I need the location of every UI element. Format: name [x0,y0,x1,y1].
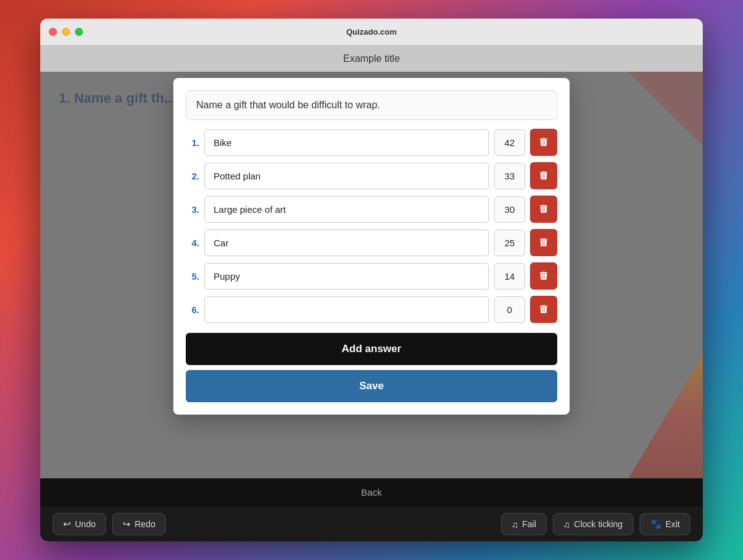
toolbar-right: ♫ Fail ♫ Clock ticking 🐾 Exit [501,513,690,535]
delete-button-4[interactable] [530,229,557,256]
fail-button[interactable]: ♫ Fail [501,513,547,535]
redo-label: Redo [134,519,155,529]
trash-icon-2 [538,170,549,181]
window-content: Example title 1. Name a gift th... [40,46,703,541]
answer-input-5[interactable] [204,263,489,290]
main-area: 1. Name a gift th... 1. [40,72,703,478]
delete-button-6[interactable] [530,296,557,323]
fail-label: Fail [522,519,536,529]
page-title: Example title [343,53,400,64]
score-input-1[interactable] [494,129,525,156]
score-input-2[interactable] [494,163,525,189]
score-input-3[interactable] [494,196,525,223]
answer-input-4[interactable] [204,230,489,256]
trash-icon-6 [538,304,549,315]
save-button[interactable]: Save [186,370,557,402]
answer-input-1[interactable] [204,129,489,156]
close-button[interactable] [49,28,57,36]
row-number-2: 2. [186,171,199,181]
undo-label: Undo [75,519,95,529]
row-number-4: 4. [186,238,199,248]
exit-label: Exit [666,519,680,529]
question-input[interactable] [186,90,557,120]
score-input-4[interactable] [494,230,525,256]
clock-ticking-label: Clock ticking [574,519,623,529]
trash-icon-3 [538,204,549,215]
redo-button[interactable]: ↪ Redo [112,513,165,535]
minimize-button[interactable] [62,28,70,36]
row-number-5: 5. [186,271,199,282]
delete-button-1[interactable] [530,129,557,156]
delete-button-5[interactable] [530,262,557,290]
exit-button[interactable]: 🐾 Exit [640,513,690,535]
score-input-5[interactable] [494,263,525,290]
answer-list: 1. 2. [186,129,557,323]
add-answer-button[interactable]: Add answer [186,333,557,365]
title-bar: Quizado.com [40,19,703,46]
answer-row-1: 1. [186,129,557,156]
row-number-3: 3. [186,204,199,215]
answer-row-5: 5. [186,262,557,290]
answer-row-2: 2. [186,162,557,189]
toolbar-left: ↩ Undo ↪ Redo [53,513,166,535]
trash-icon-5 [538,270,549,282]
row-number-1: 1. [186,137,199,148]
redo-icon: ↪ [123,519,131,530]
mac-window: Quizado.com Example title 1. Name a gift… [40,19,703,541]
traffic-lights [49,28,83,36]
answer-row-3: 3. [186,196,557,223]
delete-button-3[interactable] [530,196,557,223]
answer-input-6[interactable] [204,296,489,323]
answer-row-4: 4. [186,229,557,256]
answer-row-6: 6. [186,296,557,323]
fail-music-icon: ♫ [511,519,518,530]
window-title: Quizado.com [346,27,397,37]
clock-music-icon: ♫ [563,519,570,530]
row-number-6: 6. [186,304,199,315]
undo-icon: ↩ [63,519,71,530]
modal-overlay: 1. 2. [40,72,703,478]
undo-button[interactable]: ↩ Undo [53,513,106,535]
bottom-bar: Back [40,478,703,507]
maximize-button[interactable] [75,28,83,36]
delete-button-2[interactable] [530,162,557,189]
modal: 1. 2. [173,78,570,415]
trash-icon-1 [538,137,549,148]
answer-input-2[interactable] [204,163,489,189]
clock-ticking-button[interactable]: ♫ Clock ticking [553,513,633,535]
score-input-6[interactable] [494,296,525,323]
answer-input-3[interactable] [204,196,489,223]
trash-icon-4 [538,237,549,248]
page-title-bar: Example title [40,46,703,72]
exit-icon: 🐾 [650,519,662,530]
back-button[interactable]: Back [361,487,381,498]
toolbar: ↩ Undo ↪ Redo ♫ Fail ♫ Clock ticking [40,507,703,541]
